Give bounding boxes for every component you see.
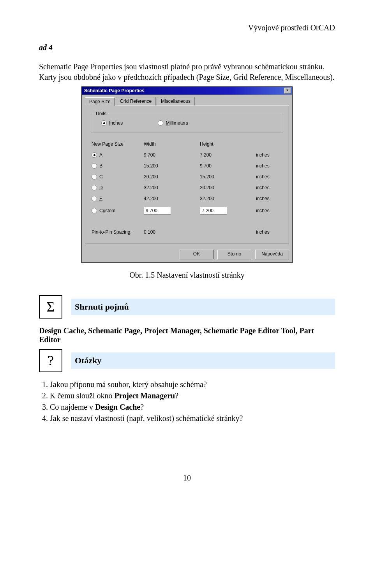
questions-list: Jakou příponu má soubor, který obsahuje … — [39, 380, 335, 423]
height-a: 7.200 — [199, 150, 255, 160]
summary-terms: Design Cache, Schematic Page, Project Ma… — [39, 326, 335, 344]
section-label: ad 4 — [39, 43, 335, 52]
cancel-button[interactable]: Storno — [217, 250, 251, 259]
width-e: 42.200 — [143, 193, 199, 204]
radio-size-b[interactable]: B — [92, 163, 142, 169]
questions-heading-text: Otázky — [71, 352, 335, 369]
intro-paragraph: Schematic Page Properties jsou vlastnost… — [39, 62, 335, 83]
dialog-buttons: OK Storno Nápověda — [82, 246, 292, 262]
tab-miscellaneous[interactable]: Miscellaneous — [157, 97, 195, 106]
size-row-d: D 32.200 20.200 inches — [91, 182, 283, 193]
radio-millimeters[interactable]: Millimeters — [158, 120, 188, 126]
radio-icon — [101, 120, 107, 126]
size-row-custom: Custom inches — [91, 204, 283, 217]
question-2: K čemu slouží okno Project Manageru? — [50, 391, 335, 400]
width-c: 20.200 — [143, 171, 199, 182]
pin-spacing-label: Pin-to-Pin Spacing: — [91, 227, 143, 238]
question-icon: ? — [39, 349, 62, 372]
radio-size-e[interactable]: E — [92, 196, 142, 201]
col-height: Height — [199, 139, 255, 150]
size-row-b: B 15.200 9.700 inches — [91, 160, 283, 171]
tab-grid-reference[interactable]: Grid Reference — [116, 97, 156, 106]
radio-size-c[interactable]: C — [92, 174, 142, 180]
units-group: Units Inches Millimeters — [91, 114, 283, 132]
size-row-a: A 9.700 7.200 inches — [91, 150, 283, 160]
width-a: 9.700 — [143, 150, 199, 160]
question-1: Jakou příponu má soubor, který obsahuje … — [50, 380, 335, 389]
question-4: Jak se nastaví vlastnosti (např. velikos… — [50, 414, 335, 423]
ok-button[interactable]: OK — [180, 250, 213, 259]
schematic-page-properties-dialog: Schematic Page Properties × Page Size Gr… — [81, 86, 293, 263]
col-width: Width — [143, 139, 199, 150]
radio-size-a[interactable]: A — [92, 152, 142, 158]
width-b: 15.200 — [143, 160, 199, 171]
height-e: 32.200 — [199, 193, 255, 204]
radio-inches-label: Inches — [109, 120, 123, 126]
close-icon[interactable]: × — [284, 88, 291, 94]
dialog-title: Schematic Page Properties — [84, 88, 145, 93]
tab-page-size[interactable]: Page Size — [85, 97, 115, 106]
size-row-e: E 42.200 32.200 inches — [91, 193, 283, 204]
size-row-c: C 20.200 15.200 inches — [91, 171, 283, 182]
height-d: 20.200 — [199, 182, 255, 193]
col-newpagesize: New Page Size — [91, 139, 143, 150]
width-d: 32.200 — [143, 182, 199, 193]
unit-a: inches — [255, 150, 283, 160]
header-context: Vývojové prostředí OrCAD — [39, 23, 335, 32]
figure-caption: Obr. 1.5 Nastavení vlastností stránky — [39, 271, 335, 280]
titlebar: Schematic Page Properties × — [82, 87, 292, 95]
unit-custom: inches — [255, 204, 283, 217]
radio-mm-label: Millimeters — [166, 120, 188, 126]
custom-height-input[interactable] — [200, 207, 227, 215]
tab-strip: Page Size Grid Reference Miscellaneous — [82, 95, 292, 106]
height-c: 15.200 — [199, 171, 255, 182]
unit-c: inches — [255, 171, 283, 182]
question-3: Co najdeme v Design Cache? — [50, 403, 335, 412]
pin-spacing-row: Pin-to-Pin Spacing: 0.100 inches — [91, 227, 283, 238]
questions-heading: ? Otázky — [39, 349, 335, 372]
pin-spacing-value: 0.100 — [143, 227, 199, 238]
summary-heading-text: Shrnutí pojmů — [71, 299, 335, 315]
custom-width-input[interactable] — [144, 207, 171, 215]
radio-size-custom[interactable]: Custom — [92, 208, 142, 213]
sigma-icon: Σ — [39, 295, 62, 319]
units-group-label: Units — [94, 111, 108, 116]
help-button[interactable]: Nápověda — [255, 250, 289, 259]
radio-inches[interactable]: Inches — [101, 120, 123, 126]
summary-heading: Σ Shrnutí pojmů — [39, 295, 335, 319]
radio-size-d[interactable]: D — [92, 185, 142, 190]
page-number: 10 — [39, 474, 335, 482]
page-size-table: New Page Size Width Height A 9.700 7.200… — [91, 139, 283, 238]
unit-d: inches — [255, 182, 283, 193]
height-b: 9.700 — [199, 160, 255, 171]
tab-content: Units Inches Millimeters N — [85, 106, 289, 243]
radio-icon — [158, 120, 163, 126]
unit-b: inches — [255, 160, 283, 171]
unit-e: inches — [255, 193, 283, 204]
pin-spacing-unit: inches — [255, 227, 283, 238]
